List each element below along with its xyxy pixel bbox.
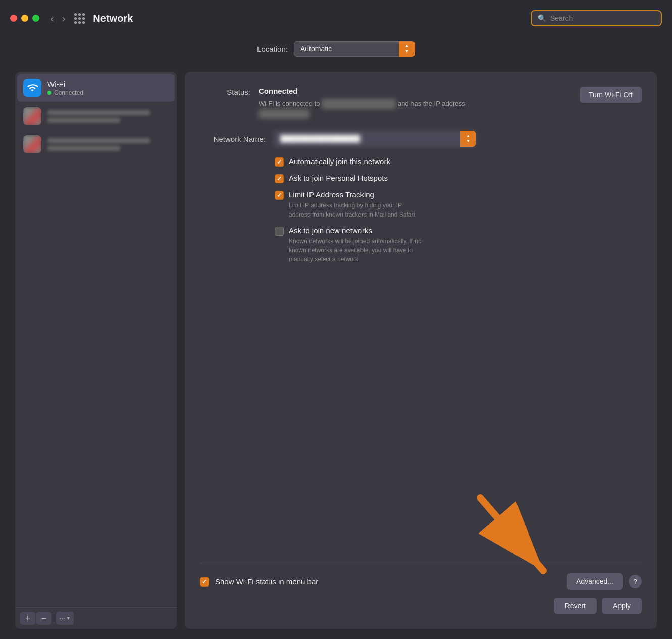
blur-line-2b (47, 146, 120, 151)
forward-button[interactable]: › (59, 11, 69, 26)
sidebar-item-info-wifi: Wi-Fi Connected (47, 80, 83, 96)
status-network-name-blur: ████████████████ (322, 99, 396, 109)
checkmark-show-wifi: ✓ (202, 578, 207, 585)
checkbox-auto-join-row: ✓ Automatically join this network (275, 157, 642, 167)
wifi-icon (27, 82, 38, 93)
main-panel: Status: Connected Wi-Fi is connected to … (185, 72, 657, 629)
help-button[interactable]: ? (629, 575, 642, 588)
checkbox-limit-ip[interactable]: ✓ (275, 191, 284, 200)
location-label: Location: (257, 45, 288, 54)
checkbox-limit-ip-labels: Limit IP Address Tracking Limit IP addre… (289, 190, 417, 219)
action-buttons: Revert Apply (200, 598, 642, 614)
checkmark-auto-join: ✓ (277, 158, 282, 166)
more-options-button[interactable]: ··· ▼ (56, 612, 74, 625)
checkbox-auto-join[interactable]: ✓ (275, 157, 284, 167)
main-content: Location: Automatic ▲ ▼ (0, 36, 672, 639)
blur-line-1a (47, 110, 150, 115)
status-dot-connected (47, 91, 51, 95)
status-ip-blur: ███████████ (259, 109, 309, 119)
network-name-row: Network Name: ▲ ▼ (200, 131, 642, 147)
location-bar: Location: Automatic ▲ ▼ (15, 36, 657, 62)
grid-icon[interactable] (74, 13, 85, 24)
status-row: Status: Connected Wi-Fi is connected to … (200, 87, 642, 119)
maximize-button[interactable] (32, 15, 39, 22)
show-wifi-row: ✓ Show Wi-Fi status in menu bar Advanced… (200, 573, 642, 590)
checkbox-ask-hotspot-labels: Ask to join Personal Hotspots (289, 174, 388, 182)
footer-separator (54, 613, 54, 623)
checkbox-auto-join-labels: Automatically join this network (289, 157, 390, 166)
blurred-icon-1 (23, 107, 41, 125)
blurred-content-2 (47, 138, 169, 151)
checkbox-auto-join-label: Automatically join this network (289, 157, 390, 166)
bottom-section: ✓ Show Wi-Fi status in menu bar Advanced… (200, 563, 642, 614)
sidebar-item-status: Connected (47, 89, 83, 96)
status-info: Connected Wi-Fi is connected to ████████… (259, 87, 572, 119)
blurred-content-1 (47, 110, 169, 123)
status-connected-text: Connected (259, 87, 298, 95)
network-name-input-wrapper: ▲ ▼ (274, 131, 476, 147)
wifi-icon-container (23, 79, 41, 97)
svg-line-1 (480, 498, 543, 571)
network-name-arrows: ▲ ▼ (460, 131, 476, 147)
nav-buttons: ‹ › (47, 11, 68, 26)
location-select-wrapper: Automatic ▲ ▼ (294, 41, 415, 57)
checkboxes-section: ✓ Automatically join this network ✓ Ask … (275, 157, 642, 264)
checkbox-ask-hotspot-row: ✓ Ask to join Personal Hotspots (275, 174, 642, 183)
status-description: Wi-Fi is connected to ████████████████ a… (259, 99, 572, 119)
traffic-lights (10, 15, 39, 22)
remove-network-button[interactable]: − (36, 612, 51, 625)
checkbox-ask-hotspot[interactable]: ✓ (275, 174, 284, 183)
close-button[interactable] (10, 15, 17, 22)
blurred-icon-2 (23, 135, 41, 153)
show-wifi-label: Show Wi-Fi status in menu bar (215, 577, 318, 586)
checkbox-ask-new-label: Ask to join new networks (289, 226, 422, 235)
search-box: 🔍 (531, 10, 662, 26)
sidebar-item-blurred-1[interactable] (17, 102, 175, 130)
search-input[interactable] (550, 14, 655, 22)
back-button[interactable]: ‹ (47, 11, 57, 26)
window-title: Network (93, 13, 531, 24)
turn-wifi-off-button[interactable]: Turn Wi-Fi Off (580, 87, 642, 103)
sidebar-list: Wi-Fi Connected (15, 72, 177, 607)
status-label: Status: (200, 87, 250, 96)
sidebar-footer: + − ··· ▼ (15, 607, 177, 629)
checkbox-ask-hotspot-label: Ask to join Personal Hotspots (289, 174, 388, 182)
add-network-button[interactable]: + (20, 612, 35, 625)
checkbox-limit-ip-desc: Limit IP address tracking by hiding your… (289, 201, 417, 219)
apply-button[interactable]: Apply (602, 598, 642, 614)
search-icon: 🔍 (538, 14, 546, 22)
location-select[interactable]: Automatic (294, 41, 415, 57)
minimize-button[interactable] (21, 15, 28, 22)
status-text: Connected (54, 89, 83, 96)
advanced-button[interactable]: Advanced... (567, 573, 623, 590)
blur-line-2a (47, 138, 150, 143)
sidebar: Wi-Fi Connected (15, 72, 177, 629)
blur-line-1b (47, 118, 120, 123)
checkbox-limit-ip-row: ✓ Limit IP Address Tracking Limit IP add… (275, 190, 642, 219)
checkbox-ask-new-row: Ask to join new networks Known networks … (275, 226, 642, 264)
sidebar-item-blurred-2[interactable] (17, 130, 175, 158)
checkbox-limit-ip-label: Limit IP Address Tracking (289, 190, 417, 199)
sidebar-item-name-wifi: Wi-Fi (47, 80, 83, 88)
checkbox-show-wifi[interactable]: ✓ (200, 577, 209, 587)
titlebar: ‹ › Network 🔍 (0, 0, 672, 36)
checkmark-limit-ip: ✓ (277, 192, 282, 199)
network-name-input[interactable] (274, 131, 476, 147)
revert-button[interactable]: Revert (554, 598, 597, 614)
network-name-label: Network Name: (200, 135, 266, 143)
checkbox-ask-new-labels: Ask to join new networks Known networks … (289, 226, 422, 264)
checkmark-ask-hotspot: ✓ (277, 175, 282, 182)
checkbox-ask-new-desc: Known networks will be joined automatica… (289, 237, 422, 264)
checkbox-ask-new[interactable] (275, 227, 284, 236)
body-layout: Wi-Fi Connected (15, 72, 657, 629)
sidebar-item-wifi[interactable]: Wi-Fi Connected (17, 74, 175, 102)
